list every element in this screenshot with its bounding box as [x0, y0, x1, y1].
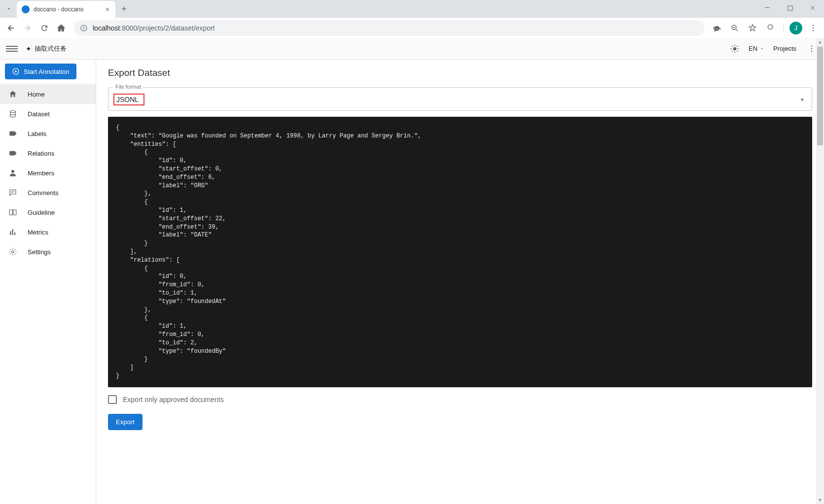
svg-point-16 [11, 170, 14, 173]
extensions-icon[interactable] [763, 21, 777, 35]
start-annotation-label: Start Annotation [24, 68, 70, 75]
language-label: EN [749, 45, 757, 52]
browser-tab[interactable]: doccano - doccano × [17, 1, 115, 18]
scrollbar-thumb[interactable] [817, 47, 823, 145]
svg-rect-3 [83, 27, 84, 29]
url-text: localhost:8000/projects/2/dataset/export [93, 24, 215, 32]
sidebar-item-label: Members [28, 169, 54, 177]
bookmark-icon[interactable] [746, 21, 759, 35]
hamburger-icon[interactable] [6, 43, 18, 55]
reload-button[interactable] [37, 21, 51, 35]
svg-point-13 [811, 51, 812, 52]
comment-icon [8, 188, 18, 198]
database-icon [8, 109, 18, 119]
project-icon: ✦ [26, 45, 32, 53]
svg-point-17 [12, 251, 14, 253]
project-name[interactable]: ✦ 抽取式任务 [26, 44, 67, 53]
new-tab-button[interactable]: + [115, 4, 133, 14]
sidebar-item-labels[interactable]: Labels [0, 124, 96, 143]
chart-icon [8, 227, 18, 237]
scroll-up-icon[interactable]: ▲ [816, 38, 824, 46]
gear-icon [8, 247, 18, 257]
sidebar-item-label: Comments [28, 189, 59, 197]
theme-toggle-icon[interactable] [730, 44, 740, 54]
sidebar-item-relations[interactable]: Relations [0, 143, 96, 163]
sidebar-item-label: Guideline [28, 209, 55, 216]
file-format-value: JSONL [113, 94, 144, 105]
zoom-icon[interactable] [728, 21, 742, 35]
code-preview: { "text": "Google was founded on Septemb… [108, 117, 812, 387]
sidebar-item-label: Dataset [28, 110, 50, 118]
sidebar-item-metrics[interactable]: Metrics [0, 222, 96, 242]
svg-rect-4 [83, 26, 84, 27]
sidebar-item-members[interactable]: Members [0, 163, 96, 183]
password-icon[interactable] [710, 21, 724, 35]
svg-point-9 [813, 30, 814, 31]
svg-point-8 [813, 27, 814, 28]
svg-point-11 [811, 45, 812, 46]
tab-title: doccano - doccano [34, 6, 105, 13]
file-format-label: File format [113, 84, 143, 90]
content-area: Export Dataset File format JSONL ▼ { "te… [96, 60, 824, 504]
app-bar-right: EN Projects [730, 44, 818, 54]
sidebar: Start Annotation Home Dataset Labels Rel… [0, 60, 96, 504]
home-icon [8, 89, 18, 99]
sidebar-item-label: Metrics [28, 229, 48, 236]
window-controls [756, 0, 824, 16]
tabs-dropdown[interactable] [4, 4, 14, 14]
book-icon [8, 207, 18, 217]
forward-button[interactable] [21, 21, 35, 35]
sidebar-item-label: Relations [28, 150, 54, 157]
home-button[interactable] [54, 21, 68, 35]
vertical-scrollbar[interactable]: ▲ ▼ [816, 38, 824, 504]
chevron-down-icon [759, 46, 764, 51]
browser-toolbar: localhost:8000/projects/2/dataset/export… [0, 18, 824, 38]
sidebar-item-label: Home [28, 91, 45, 98]
scroll-down-icon[interactable]: ▼ [816, 496, 824, 504]
export-approved-label: Export only approved documents [123, 396, 224, 403]
sidebar-item-label: Settings [28, 248, 51, 256]
svg-point-12 [811, 48, 812, 49]
sidebar-item-home[interactable]: Home [0, 84, 96, 104]
app-bar: ✦ 抽取式任务 EN Projects [0, 38, 824, 60]
sidebar-item-guideline[interactable]: Guideline [0, 202, 96, 222]
profile-avatar[interactable]: J [789, 22, 802, 34]
browser-chrome: doccano - doccano × + localhost:8000/pro… [0, 0, 824, 38]
chevron-down-icon [6, 6, 12, 12]
sidebar-item-settings[interactable]: Settings [0, 242, 96, 262]
back-button[interactable] [4, 21, 18, 35]
address-bar[interactable]: localhost:8000/projects/2/dataset/export [74, 20, 704, 36]
site-info-icon[interactable] [80, 24, 88, 32]
sidebar-item-label: Labels [28, 130, 46, 137]
file-format-select[interactable]: File format JSONL ▼ [108, 87, 812, 111]
svg-point-10 [733, 47, 737, 50]
person-icon [8, 168, 18, 178]
tab-strip: doccano - doccano × + [0, 0, 824, 18]
start-annotation-button[interactable]: Start Annotation [5, 64, 76, 79]
close-icon[interactable]: × [105, 5, 110, 13]
browser-menu-icon[interactable] [806, 21, 820, 35]
projects-link[interactable]: Projects [773, 45, 796, 52]
language-selector[interactable]: EN [749, 45, 764, 52]
page-title: Export Dataset [108, 67, 812, 78]
label-icon [8, 148, 18, 158]
close-window-button[interactable] [801, 0, 824, 16]
export-approved-checkbox[interactable] [108, 395, 117, 404]
sidebar-item-dataset[interactable]: Dataset [0, 104, 96, 124]
svg-point-15 [10, 110, 16, 113]
play-circle-icon [12, 67, 20, 75]
svg-rect-1 [788, 6, 792, 10]
minimize-button[interactable] [756, 0, 779, 16]
svg-rect-0 [765, 7, 770, 8]
maximize-button[interactable] [779, 0, 801, 16]
main-layout: Start Annotation Home Dataset Labels Rel… [0, 60, 824, 504]
svg-point-7 [813, 25, 814, 26]
label-icon [8, 129, 18, 138]
export-button[interactable]: Export [108, 414, 143, 430]
chevron-down-icon: ▼ [800, 97, 805, 102]
separator [783, 23, 784, 33]
favicon-icon [22, 5, 30, 13]
export-approved-row: Export only approved documents [108, 395, 812, 404]
toolbar-right: J [710, 21, 820, 35]
sidebar-item-comments[interactable]: Comments [0, 183, 96, 202]
